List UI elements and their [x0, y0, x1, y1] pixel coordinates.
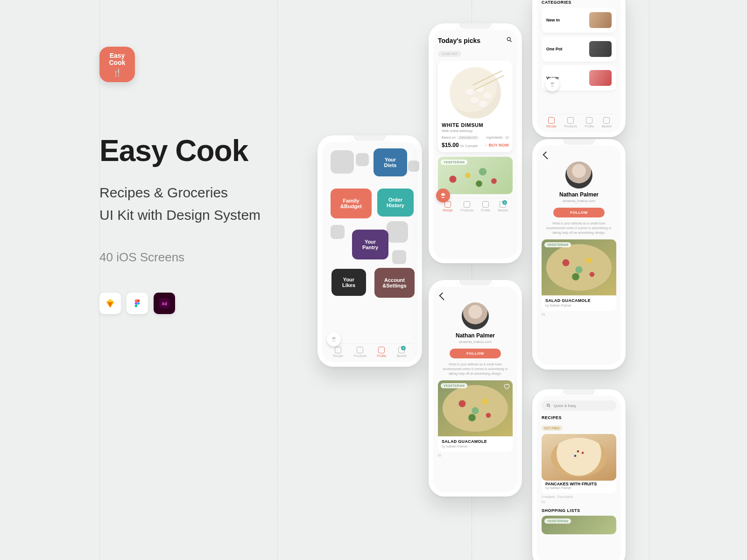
phone-categories: CATEGORIES New In One Pot Vegan Recipe P…: [532, 0, 626, 137]
tab-basket[interactable]: 2Basket: [498, 201, 507, 212]
tab-recipe[interactable]: Recipe: [546, 117, 557, 128]
profile-bio: What is your attitude as a small town bu…: [542, 221, 616, 235]
tile-blank: [356, 153, 369, 166]
pick-card[interactable]: WHITE DIMSUM With extra ketchup Based on…: [438, 61, 513, 152]
ingredients-count: Ingredients · 12: [486, 136, 509, 139]
tab-products[interactable]: Products: [564, 117, 577, 128]
section-categories: CATEGORIES: [542, 0, 616, 5]
recipe-image[interactable]: [542, 434, 616, 481]
back-icon[interactable]: [438, 294, 513, 299]
page-indicator: 01: [542, 313, 616, 316]
svg-point-0: [137, 302, 140, 305]
card-author: by Nathan Palmer: [442, 445, 509, 448]
tab-recipe[interactable]: Recipe: [443, 201, 453, 212]
follow-button[interactable]: FOLLOW: [553, 208, 605, 217]
figma-icon: [127, 293, 148, 314]
badge-nut-free: NUT FREE: [542, 426, 563, 431]
tab-profile[interactable]: Profile: [481, 201, 490, 212]
card-title: SALAD GUACAMOLE: [442, 439, 509, 444]
section-recipes: RECIPES: [542, 415, 616, 420]
chef-hat-fab[interactable]: [436, 189, 450, 203]
recipe-card[interactable]: VEGETERIAN SALAD GUACAMOLE by Nathan Pal…: [542, 239, 616, 311]
tab-products[interactable]: Products: [460, 201, 473, 212]
tile-blank: [392, 250, 406, 264]
recipe-title: PANCAKES WITH FRUITS: [545, 482, 613, 486]
tab-basket[interactable]: 2Basket: [396, 347, 406, 357]
profile-name: Nathan Palmer: [438, 332, 513, 339]
chef-hat-icon[interactable]: [545, 77, 559, 91]
heart-icon[interactable]: [503, 383, 510, 390]
category-one-pot[interactable]: One Pot: [542, 36, 616, 62]
recipe-card[interactable]: VEGETERIAN SALAD GUACAMOLE by Nathan Pal…: [438, 380, 513, 452]
tab-bar: Recipe Products Profile 2Basket: [438, 198, 513, 213]
search-placeholder: Quick & Easy: [554, 404, 576, 408]
xd-icon: Xd: [154, 293, 175, 314]
tab-profile[interactable]: Profile: [585, 117, 594, 128]
badge-low-fat: LOW FAT: [438, 51, 461, 57]
badge-vegeterian: VEGETERIAN: [441, 160, 467, 165]
page-title: Easy Cook: [99, 133, 296, 168]
dish-subtitle: With extra ketchup: [442, 129, 509, 133]
recipe-author: by Nathan Palmer: [545, 486, 613, 490]
dish-image: [450, 67, 501, 119]
tile-order-history[interactable]: Order History: [377, 189, 414, 217]
tool-icons: Xd: [99, 293, 296, 314]
tab-products[interactable]: Products: [353, 347, 366, 357]
tab-recipe[interactable]: Recipe: [333, 347, 343, 357]
tile-blank: [408, 161, 419, 172]
avatar: [462, 302, 489, 329]
card-author: by Nathan Palmer: [545, 304, 613, 307]
fork-spoon-icon: 🍴: [113, 69, 122, 77]
tile-your-diets[interactable]: Your Diets: [374, 148, 407, 176]
tile-blank: [331, 225, 345, 239]
subtitle-1: Recipes & Groceries: [99, 185, 296, 201]
card-title: SALAD GUACAMOLE: [545, 298, 613, 303]
badge-vegeterian: VEGETERIAN: [441, 383, 467, 388]
marketing-panel: Easy Cook 🍴 Easy Cook Recipes & Grocerie…: [99, 47, 296, 314]
section-shopping: SHOPPING LISTS: [542, 508, 616, 513]
tile-account-settings[interactable]: Account &Settings: [374, 268, 415, 298]
profile-name: Nathan Palmer: [542, 191, 616, 198]
phone-profile-2: Nathan Palmer amanda_brakus.com FOLLOW W…: [532, 139, 626, 370]
recipe-meta: 5 recipes · 8 products: [542, 495, 616, 498]
page-indicator: 01: [542, 500, 545, 504]
phone-profile: Nathan Palmer amanda_brakus.com FOLLOW W…: [429, 280, 522, 497]
search-input[interactable]: Quick & Easy: [542, 400, 616, 411]
avatar: [565, 161, 592, 189]
tile-blank: [331, 150, 354, 174]
profile-bio: What is your attitude as a small town bu…: [438, 362, 513, 376]
svg-point-5: [547, 404, 550, 406]
subtitle-2: UI Kit with Design System: [99, 207, 296, 223]
sketch-icon: [99, 293, 121, 314]
category-new-in[interactable]: New In: [542, 7, 616, 33]
badge-vegeterian: VEGETERIAN: [544, 518, 571, 524]
tab-profile[interactable]: Profile: [377, 347, 386, 357]
back-icon[interactable]: [542, 153, 616, 158]
svg-line-4: [510, 41, 512, 42]
tile-your-likes[interactable]: Your Likes: [331, 269, 366, 296]
phone-profile-tiles: Your Diets Family &Budget Order History …: [317, 135, 422, 367]
tab-bar: Recipe Products Profile 2Basket: [327, 343, 413, 358]
profile-email: amanda_brakus.com: [438, 340, 513, 344]
tab-basket[interactable]: Basket: [601, 117, 611, 128]
phone-search: Quick & Easy RECIPES NUT FREE PANCAKES W…: [532, 389, 626, 560]
page-indicator: 01: [438, 454, 513, 457]
price: $15.00 for 2 people: [442, 142, 478, 148]
follow-button[interactable]: FOLLOW: [450, 349, 501, 358]
app-icon: Easy Cook 🍴: [99, 47, 135, 82]
badge-vegeterian: VEGETERIAN: [544, 242, 571, 247]
tab-bar: Recipe Products Profile Basket: [542, 114, 616, 129]
svg-text:Xd: Xd: [162, 301, 167, 306]
recipe-image[interactable]: VEGETERIAN: [438, 157, 513, 194]
tile-blank: [387, 221, 408, 243]
buy-now-link[interactable]: → BUY NOW: [483, 143, 509, 147]
tile-your-pantry[interactable]: Your Pantry: [352, 230, 388, 259]
app-icon-line1: Easy: [110, 52, 125, 59]
svg-point-3: [507, 37, 510, 41]
search-icon[interactable]: [506, 36, 513, 45]
dish-title: WHITE DIMSUM: [442, 122, 509, 128]
tile-family-budget[interactable]: Family &Budget: [331, 189, 372, 218]
profile-email: amanda_brakus.com: [542, 199, 616, 203]
screens-count: 40 iOS Screens: [99, 250, 296, 265]
chef-hat-icon[interactable]: [327, 332, 341, 346]
